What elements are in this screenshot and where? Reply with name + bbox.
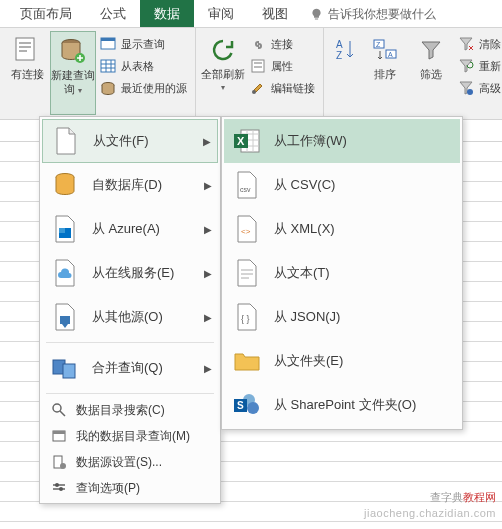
recent-icon xyxy=(100,80,116,96)
show-queries-label: 显示查询 xyxy=(121,37,165,52)
existing-conn-label: 有连接 xyxy=(11,68,44,82)
menu-combine[interactable]: 合并查询(Q) ▶ xyxy=(42,346,218,390)
refresh-all-label: 全部刷新 xyxy=(201,68,245,82)
recent-sources-button[interactable]: 最近使用的源 xyxy=(96,78,191,98)
submenu-workbook-label: 从工作簿(W) xyxy=(274,132,347,150)
reapply-icon xyxy=(458,58,474,74)
svg-rect-12 xyxy=(254,66,262,68)
advanced-button[interactable]: 高级 xyxy=(454,78,502,98)
submenu-from-sharepoint[interactable]: S 从 SharePoint 文件夹(O) xyxy=(224,383,460,427)
menu-from-azure[interactable]: 从 Azure(A) ▶ xyxy=(42,207,218,251)
submenu-sharepoint-label: 从 SharePoint 文件夹(O) xyxy=(274,396,416,414)
edit-links-button[interactable]: 编辑链接 xyxy=(246,78,319,98)
menu-from-file-label: 从文件(F) xyxy=(93,132,149,150)
svg-point-35 xyxy=(59,487,63,491)
xml-icon: <> xyxy=(232,214,262,244)
new-query-button[interactable]: 新建查询 询 ▾ xyxy=(50,31,96,115)
menu-catalog-search[interactable]: 数据目录搜索(C) xyxy=(42,397,218,423)
menu-combine-label: 合并查询(Q) xyxy=(92,359,163,377)
submenu-csv-label: 从 CSV(C) xyxy=(274,176,335,194)
tab-formulas[interactable]: 公式 xyxy=(86,0,140,27)
svg-text:Z: Z xyxy=(376,41,381,48)
submenu-from-json[interactable]: { } 从 JSON(J) xyxy=(224,295,460,339)
tell-me-search[interactable]: 告诉我你想要做什么 xyxy=(302,2,444,27)
reapply-button[interactable]: 重新 xyxy=(454,56,502,76)
menu-from-db[interactable]: 自数据库(D) ▶ xyxy=(42,163,218,207)
submenu-from-xml[interactable]: <> 从 XML(X) xyxy=(224,207,460,251)
svg-rect-26 xyxy=(63,364,75,378)
edit-links-label: 编辑链接 xyxy=(271,81,315,96)
svg-text:csv: csv xyxy=(240,186,251,193)
tab-page-layout[interactable]: 页面布局 xyxy=(6,0,86,27)
svg-point-31 xyxy=(60,463,66,469)
submenu-from-folder[interactable]: 从文件夹(E) xyxy=(224,339,460,383)
window-icon xyxy=(100,36,116,52)
excel-icon: X xyxy=(232,126,262,156)
link-icon xyxy=(250,36,266,52)
from-table-button[interactable]: 从表格 xyxy=(96,56,191,76)
svg-point-34 xyxy=(55,483,59,487)
advanced-label: 高级 xyxy=(479,81,501,96)
filter-button[interactable]: 筛选 xyxy=(408,31,454,115)
svg-point-13 xyxy=(252,90,256,94)
svg-rect-24 xyxy=(60,316,70,324)
svg-rect-11 xyxy=(254,62,262,64)
menu-my-catalog-label: 我的数据目录查询(M) xyxy=(76,428,190,445)
search-icon xyxy=(50,401,68,419)
options-icon xyxy=(50,479,68,497)
database-new-icon xyxy=(58,36,88,66)
svg-rect-0 xyxy=(16,38,34,60)
properties-label: 属性 xyxy=(271,59,293,74)
reapply-label: 重新 xyxy=(479,59,501,74)
svg-rect-7 xyxy=(101,38,115,41)
refresh-icon xyxy=(208,35,238,65)
menu-from-other-label: 从其他源(O) xyxy=(92,308,163,326)
tab-data[interactable]: 数据 xyxy=(140,0,194,27)
dropdown-arrow-icon: ▾ xyxy=(221,83,225,93)
text-file-icon xyxy=(232,258,262,288)
svg-rect-8 xyxy=(101,60,115,72)
svg-text:S: S xyxy=(237,400,244,411)
svg-rect-29 xyxy=(53,431,65,434)
existing-connections-button[interactable]: 有连接 xyxy=(4,31,50,115)
submenu-from-csv[interactable]: csv 从 CSV(C) xyxy=(224,163,460,207)
show-queries-button[interactable]: 显示查询 xyxy=(96,34,191,54)
sharepoint-icon: S xyxy=(232,390,262,420)
connections-button[interactable]: 连接 xyxy=(246,34,319,54)
svg-text:{ }: { } xyxy=(241,314,250,324)
svg-rect-1 xyxy=(19,42,31,44)
submenu-xml-label: 从 XML(X) xyxy=(274,220,335,238)
properties-button[interactable]: 属性 xyxy=(246,56,319,76)
menu-from-other[interactable]: 从其他源(O) ▶ xyxy=(42,295,218,339)
sort-button[interactable]: ZA 排序 xyxy=(362,31,408,115)
edit-links-icon xyxy=(250,80,266,96)
other-source-icon xyxy=(50,302,80,332)
submenu-arrow-icon: ▶ xyxy=(204,312,212,323)
svg-text:X: X xyxy=(237,135,245,147)
json-icon: { } xyxy=(232,302,262,332)
folder-icon xyxy=(232,346,262,376)
submenu-from-workbook[interactable]: X 从工作簿(W) xyxy=(224,119,460,163)
tab-review[interactable]: 审阅 xyxy=(194,0,248,27)
submenu-arrow-icon: ▶ xyxy=(204,363,212,374)
menu-from-online[interactable]: 从在线服务(E) ▶ xyxy=(42,251,218,295)
submenu-arrow-icon: ▶ xyxy=(203,136,211,147)
properties-icon xyxy=(250,58,266,74)
tab-view[interactable]: 视图 xyxy=(248,0,302,27)
menu-source-settings[interactable]: 数据源设置(S)... xyxy=(42,449,218,475)
submenu-from-text[interactable]: 从文本(T) xyxy=(224,251,460,295)
from-file-submenu: X 从工作簿(W) csv 从 CSV(C) <> 从 XML(X) 从文本(T… xyxy=(221,116,463,430)
menu-my-catalog[interactable]: 我的数据目录查询(M) xyxy=(42,423,218,449)
group-get-data: 有连接 新建查询 询 ▾ 显示查询 从表格 最近使用的源 xyxy=(0,28,196,119)
sort-asc-button[interactable]: AZ xyxy=(328,31,362,115)
svg-rect-3 xyxy=(19,50,27,52)
sort-icon: ZA xyxy=(370,35,400,65)
lightbulb-icon xyxy=(310,8,323,21)
combine-icon xyxy=(50,353,80,383)
from-table-label: 从表格 xyxy=(121,59,154,74)
clear-filter-button[interactable]: 清除 xyxy=(454,34,502,54)
menu-from-file[interactable]: 从文件(F) ▶ xyxy=(42,119,218,163)
svg-text:<>: <> xyxy=(241,227,251,236)
refresh-all-button[interactable]: 全部刷新 ▾ xyxy=(200,31,246,115)
menu-query-options[interactable]: 查询选项(P) xyxy=(42,475,218,501)
